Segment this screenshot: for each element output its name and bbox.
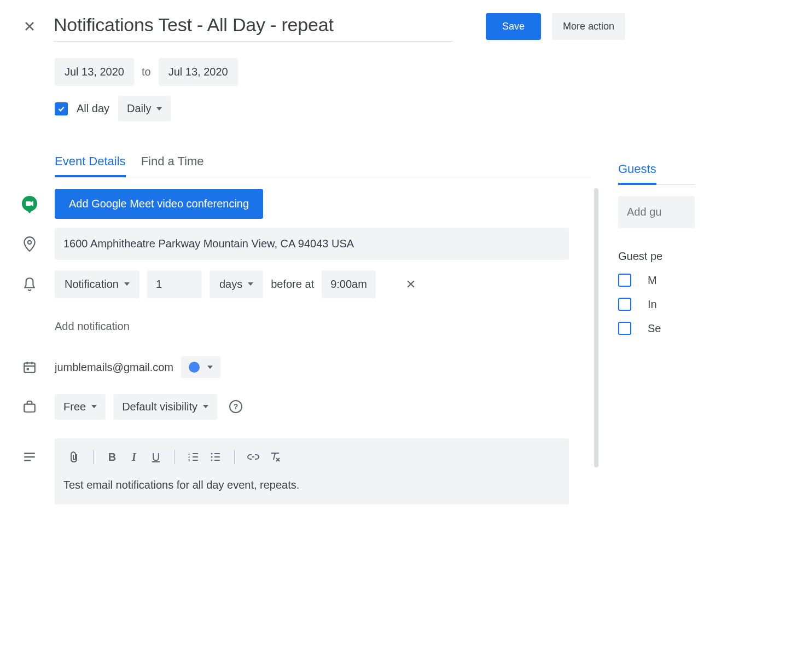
tab-find-a-time[interactable]: Find a Time [141,154,204,177]
separator [234,450,235,464]
calendar-icon [22,360,37,374]
recurrence-dropdown[interactable]: Daily [118,96,171,121]
add-notification-button[interactable]: Add notification [55,309,130,338]
bulleted-list-icon [210,452,221,462]
caret-down-icon [156,107,162,111]
visibility-help-button[interactable]: ? [229,400,242,413]
perm-see-label: Se [648,322,661,335]
recurrence-value: Daily [127,102,151,115]
description-icon [22,451,37,462]
remove-notification-button[interactable] [400,273,422,295]
guest-permissions-label: Guest pe [618,250,695,263]
editor-toolbar: B I U 123 [55,438,569,473]
close-icon [23,20,36,33]
bulleted-list-button[interactable] [205,446,226,468]
location-icon [22,236,37,252]
description-text[interactable]: Test email notifications for all day eve… [55,473,569,491]
caret-down-icon [124,282,130,286]
clear-formatting-button[interactable] [264,446,286,468]
add-guests-input[interactable] [618,196,695,228]
end-date-chip[interactable]: Jul 13, 2020 [159,58,238,86]
caret-down-icon [203,405,208,408]
perm-see-checkbox[interactable] [618,322,631,335]
calendar-color-dropdown[interactable] [181,356,220,378]
svg-point-1 [28,240,31,244]
question-icon: ? [234,402,239,411]
caret-down-icon [91,405,97,408]
svg-text:3: 3 [188,459,190,462]
clear-format-icon [269,451,281,462]
location-input[interactable] [55,228,569,260]
save-button[interactable]: Save [486,13,541,40]
all-day-label: All day [77,102,109,115]
calendar-email: jumblemails@gmail.com [55,361,173,374]
caret-down-icon [248,282,253,286]
to-label: to [141,66,152,78]
svg-point-10 [211,460,213,461]
more-actions-button[interactable]: More action [552,13,625,40]
close-icon [405,279,416,289]
bold-button[interactable]: B [101,446,123,468]
link-button[interactable] [242,446,264,468]
briefcase-icon [22,400,37,413]
paperclip-icon [69,451,80,463]
separator [93,450,94,464]
availability-value: Free [63,401,86,413]
meet-icon [22,196,37,211]
underline-button[interactable]: U [145,446,167,468]
perm-modify-label: M [648,274,657,287]
svg-rect-3 [27,368,29,370]
notification-number-input[interactable] [147,270,202,298]
all-day-checkbox[interactable] [55,102,68,115]
visibility-value: Default visibility [122,401,197,413]
numbered-list-button[interactable]: 123 [183,446,205,468]
description-editor[interactable]: B I U 123 [55,438,569,505]
svg-point-9 [211,456,213,458]
separator [175,450,175,464]
notification-type-dropdown[interactable]: Notification [55,270,139,298]
numbered-list-icon: 123 [188,452,199,462]
visibility-dropdown[interactable]: Default visibility [113,394,217,420]
notification-type-value: Notification [65,278,119,291]
add-google-meet-button[interactable]: Add Google Meet video conferencing [55,189,263,219]
notification-unit-value: days [219,278,242,291]
svg-point-8 [211,453,213,455]
perm-invite-checkbox[interactable] [618,298,631,311]
perm-invite-label: In [648,298,657,311]
tab-guests[interactable]: Guests [618,162,656,185]
svg-rect-2 [24,363,35,372]
svg-rect-4 [24,404,35,412]
before-at-label: before at [271,278,314,291]
tab-event-details[interactable]: Event Details [55,154,126,177]
event-title-input[interactable] [54,11,453,42]
link-icon [247,454,259,460]
start-date-chip[interactable]: Jul 13, 2020 [55,58,134,86]
italic-button[interactable]: I [123,446,145,468]
caret-down-icon [207,366,213,369]
availability-dropdown[interactable]: Free [55,394,106,420]
perm-modify-checkbox[interactable] [618,274,631,287]
color-swatch [189,362,200,373]
notification-unit-dropdown[interactable]: days [210,270,263,298]
svg-rect-0 [26,201,31,206]
close-button[interactable] [16,13,43,39]
attach-button[interactable] [63,446,85,468]
bell-icon [22,276,37,292]
notification-time-chip[interactable]: 9:00am [322,270,376,298]
